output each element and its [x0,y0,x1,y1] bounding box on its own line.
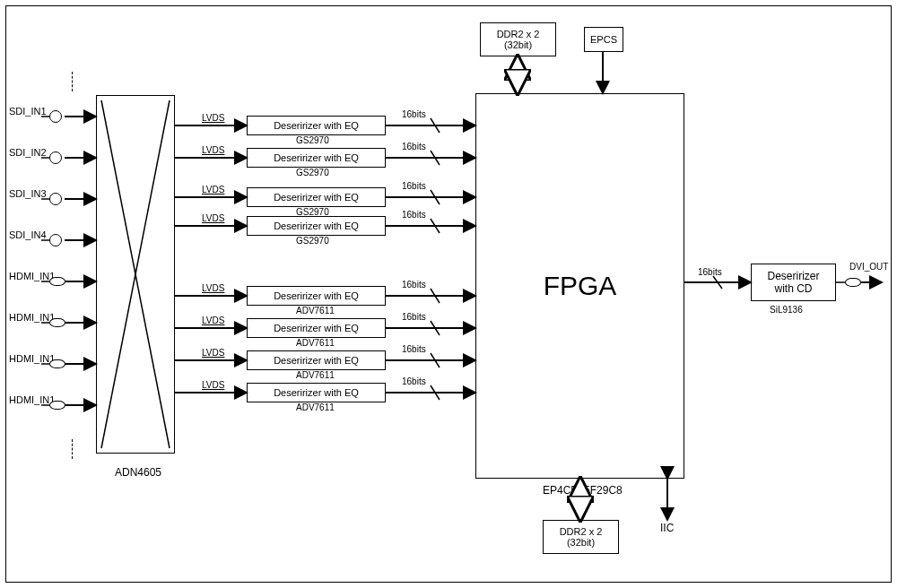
bus-width-label: 16bits [402,344,426,354]
bus-width-label: 16bits [402,181,426,191]
deserializer-partnum: ADV7611 [296,370,335,380]
deserializer-partnum: GS2970 [296,135,329,145]
output-deserializer-part: SiL9136 [770,305,803,315]
input-conn-hdmi1 [49,277,65,286]
input-conn-hdmi2 [49,318,65,327]
bus-width-label: 16bits [402,109,426,119]
deserializer-block: Deseririzer with EQ [247,350,386,370]
input-label-hdmi2: HDMI_IN1 [9,312,55,323]
iic-label: IIC [660,522,674,534]
lvds-label: LVDS [202,380,224,390]
deserializer-partnum: ADV7611 [296,402,335,412]
deserializer-block: Deseririzer with EQ [247,383,386,402]
fpga-label: FPGA [544,271,617,301]
deserializer-partnum: GS2970 [296,168,329,177]
lvds-label: LVDS [202,348,224,358]
fpga-block: FPGA [475,93,684,479]
ddr2-bottom-block: DDR2 x 2 (32bit) [543,520,619,554]
crosspoint-switch [96,95,175,454]
input-conn-sdi3 [49,193,62,205]
fpga-partnum: EP4CE75F29C8 [543,484,623,497]
input-conn-hdmi3 [49,359,65,368]
input-label-sdi2: SDI_IN2 [9,147,47,158]
bus-width-label: 16bits [402,142,426,151]
input-label-sdi1: SDI_IN1 [9,106,47,117]
input-label-hdmi3: HDMI_IN1 [9,353,55,364]
input-label-sdi4: SDI_IN4 [9,229,47,240]
lvds-label: LVDS [202,113,224,123]
input-conn-hdmi4 [49,401,65,410]
deserializer-block: Deseririzer with EQ [247,148,386,168]
input-ellipsis-top [72,72,73,91]
lvds-label: LVDS [202,283,224,293]
lvds-label: LVDS [202,316,224,325]
lvds-label: LVDS [202,213,224,223]
bus-width-label: 16bits [402,280,426,290]
bus-width-label: 16bits [402,376,426,386]
deserializer-block: Deseririzer with EQ [247,216,386,236]
dvi-out-connector [845,278,861,287]
input-conn-sdi2 [49,151,62,164]
dvi-out-label: DVI_OUT [849,262,888,272]
deserializer-block: Deseririzer with EQ [247,318,386,338]
deserializer-block: Deseririzer with EQ [247,187,386,207]
bus-width-label: 16bits [402,210,426,220]
fpga-out-bus: 16bits [698,267,722,277]
deserializer-block: Deseririzer with EQ [247,286,386,306]
bus-width-label: 16bits [402,312,426,322]
deserializer-block: Deseririzer with EQ [247,116,386,135]
lvds-label: LVDS [202,145,224,155]
input-conn-sdi4 [49,234,62,246]
deserializer-partnum: ADV7611 [296,306,335,316]
input-label-hdmi1: HDMI_IN1 [9,271,55,281]
ddr2-top-block: DDR2 x 2 (32bit) [480,22,556,56]
input-conn-sdi1 [49,110,62,123]
deserializer-partnum: GS2970 [296,236,329,246]
lvds-label: LVDS [202,185,224,195]
epcs-block: EPCS [584,27,623,52]
output-deserializer: Deseririzer with CD [751,264,836,301]
input-label-hdmi4: HDMI_IN1 [9,394,55,405]
deserializer-partnum: ADV7611 [296,338,335,348]
crosspoint-label: ADN4605 [115,466,161,479]
input-label-sdi3: SDI_IN3 [9,188,47,199]
input-ellipsis-bot [72,439,73,459]
